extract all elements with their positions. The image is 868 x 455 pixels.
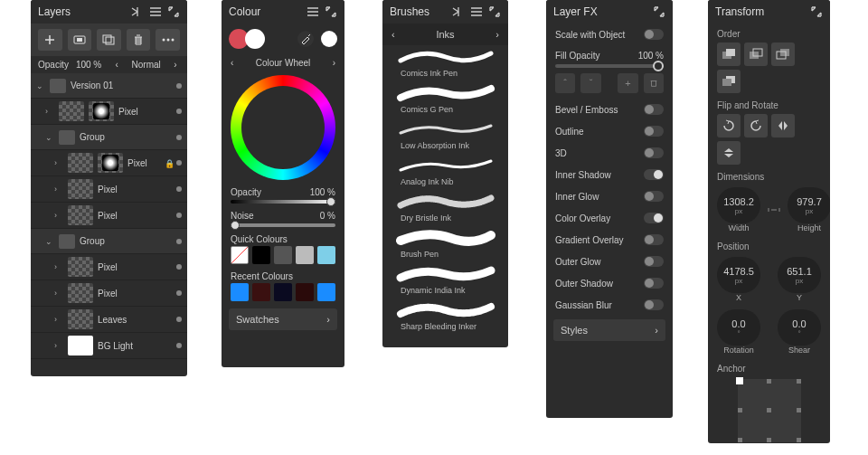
fx-toggle[interactable] <box>644 169 664 180</box>
disclosure-icon[interactable]: › <box>54 315 63 324</box>
visibility-toggle[interactable] <box>176 160 182 166</box>
fx-toggle[interactable] <box>644 299 664 310</box>
more-button[interactable] <box>156 29 180 51</box>
shear-field[interactable]: 0.0° <box>778 309 821 346</box>
brush-item[interactable]: Low Absorption Ink <box>382 118 508 154</box>
layer-row[interactable]: ›Pixel🔒 <box>31 150 187 176</box>
fx-effect-row[interactable]: Bevel / Emboss <box>546 99 673 120</box>
visibility-toggle[interactable] <box>176 317 182 322</box>
fx-effect-row[interactable]: Outline <box>546 120 673 142</box>
adjustment-button[interactable] <box>97 29 121 51</box>
quick-colour-swatch[interactable] <box>296 246 314 264</box>
fx-effect-row[interactable]: Gradient Overlay <box>546 229 673 251</box>
add-layer-button[interactable] <box>38 29 62 51</box>
fx-effect-row[interactable]: Gaussian Blur <box>546 294 673 316</box>
quick-colour-swatch[interactable] <box>231 246 249 264</box>
quick-colour-swatch[interactable] <box>274 246 292 264</box>
colour-mode[interactable]: Colour Wheel <box>256 58 311 68</box>
expand-icon[interactable] <box>325 5 337 18</box>
quick-colour-swatch[interactable] <box>317 246 335 264</box>
rotate-ccw-button[interactable] <box>717 114 741 137</box>
move-to-back-button[interactable] <box>717 43 741 66</box>
fx-toggle[interactable] <box>644 213 664 223</box>
delete-button[interactable] <box>127 29 151 51</box>
brush-list[interactable]: Comics Ink PenComics G PenLow Absorption… <box>382 45 508 335</box>
fx-delete-button[interactable] <box>644 73 664 93</box>
anchor-grid[interactable] <box>738 379 801 442</box>
expand-icon[interactable] <box>810 5 823 18</box>
brush-item[interactable]: Analog Ink Nib <box>382 154 508 190</box>
fx-toggle[interactable] <box>644 147 664 158</box>
layer-row[interactable]: ›Leaves <box>31 307 187 333</box>
fill-opacity-slider[interactable] <box>546 64 673 68</box>
layer-row[interactable]: ›Pixel <box>31 99 187 125</box>
flip-vertical-button[interactable] <box>717 141 741 165</box>
layer-group-row[interactable]: ⌄Version 01 <box>31 73 187 99</box>
move-forward-button[interactable] <box>771 43 795 66</box>
recent-colour-swatch[interactable] <box>252 283 270 301</box>
expand-icon[interactable] <box>167 5 180 18</box>
styles-button[interactable]: Styles› <box>553 319 665 341</box>
fx-toggle[interactable] <box>644 278 664 289</box>
recent-colour-swatch[interactable] <box>296 283 314 301</box>
disclosure-icon[interactable]: › <box>54 289 63 298</box>
visibility-toggle[interactable] <box>176 239 182 244</box>
visibility-toggle[interactable] <box>176 264 182 270</box>
noise-slider[interactable] <box>231 223 335 227</box>
layer-group-row[interactable]: ⌄Group <box>31 125 187 150</box>
swatches-button[interactable]: Swatches› <box>229 308 337 330</box>
visibility-toggle[interactable] <box>176 343 182 348</box>
visibility-toggle[interactable] <box>176 83 182 89</box>
expand-icon[interactable] <box>488 5 501 18</box>
disclosure-icon[interactable]: ⌄ <box>36 81 45 90</box>
brush-item[interactable]: Sharp Bleeding Inker <box>382 299 508 335</box>
rotation-field[interactable]: 0.0° <box>717 309 760 346</box>
move-to-front-button[interactable] <box>717 70 741 93</box>
recent-colour-swatch[interactable] <box>231 283 249 301</box>
quick-colour-swatch[interactable] <box>252 246 270 264</box>
colour-opacity-value[interactable]: 100 % <box>310 187 335 197</box>
brush-item[interactable]: Comics Ink Pen <box>382 45 508 81</box>
menu-icon[interactable] <box>149 5 162 18</box>
mask-button[interactable] <box>68 29 92 51</box>
opacity-slider[interactable] <box>231 200 335 204</box>
recent-colour-swatch[interactable] <box>317 283 335 301</box>
fx-effect-row[interactable]: Inner Glow <box>546 185 673 207</box>
fx-add-button[interactable]: + <box>618 73 637 93</box>
fx-effect-row[interactable]: Outer Shadow <box>546 272 673 294</box>
layer-row[interactable]: ›Pixel <box>31 176 187 203</box>
fx-effect-row[interactable]: Color Overlay <box>546 207 673 229</box>
no-colour-button[interactable] <box>321 31 337 47</box>
fx-toggle[interactable] <box>644 126 664 137</box>
visibility-toggle[interactable] <box>176 186 182 192</box>
layer-row[interactable]: ›Pixel <box>31 254 187 280</box>
disclosure-icon[interactable]: › <box>54 158 63 167</box>
disclosure-icon[interactable]: › <box>45 107 54 116</box>
brush-category[interactable]: Inks <box>395 29 496 40</box>
fx-up-button[interactable]: ˆ <box>555 73 575 93</box>
disclosure-icon[interactable]: › <box>54 185 63 194</box>
menu-icon[interactable] <box>470 5 483 18</box>
layer-row[interactable]: ›BG Light <box>31 333 187 359</box>
x-field[interactable]: 4178.5px <box>717 257 760 293</box>
brush-item[interactable]: Comics G Pen <box>382 81 508 118</box>
mode-next-button[interactable]: › <box>333 58 335 68</box>
blend-prev-button[interactable]: ‹ <box>112 60 121 70</box>
width-field[interactable]: 1308.2px <box>717 187 760 223</box>
eyedropper-button[interactable] <box>297 31 314 47</box>
disclosure-icon[interactable]: ⌄ <box>45 133 54 142</box>
fx-toggle[interactable] <box>644 256 664 267</box>
disclosure-icon[interactable]: › <box>54 341 63 350</box>
fx-toggle[interactable] <box>644 104 664 115</box>
fx-down-button[interactable]: ˇ <box>580 73 600 93</box>
category-next-button[interactable]: › <box>495 29 499 40</box>
recent-colour-swatch[interactable] <box>274 283 292 301</box>
visibility-toggle[interactable] <box>176 109 182 114</box>
layer-row[interactable]: ›Pixel <box>31 203 187 229</box>
rotate-cw-button[interactable] <box>744 114 768 137</box>
blend-next-button[interactable]: › <box>171 60 180 70</box>
collapse-icon[interactable] <box>131 5 144 18</box>
scale-toggle[interactable] <box>644 29 664 40</box>
visibility-toggle[interactable] <box>176 213 182 218</box>
y-field[interactable]: 651.1px <box>778 257 821 293</box>
